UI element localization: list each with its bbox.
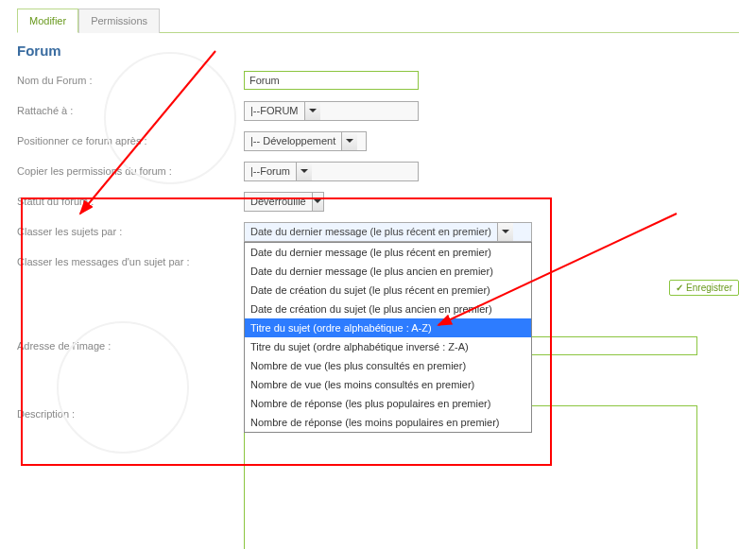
select-positionner[interactable]: |-- Développement bbox=[244, 131, 367, 151]
check-icon bbox=[676, 283, 683, 293]
input-nom-forum[interactable] bbox=[244, 71, 419, 90]
dropdown-option[interactable]: Nombre de vue (les moins consultés en pr… bbox=[245, 375, 531, 394]
label-adresse-image: Adresse de l'image : bbox=[17, 340, 244, 352]
chevron-down-icon bbox=[312, 193, 323, 211]
label-rattache: Rattaché à : bbox=[17, 105, 244, 116]
dropdown-option[interactable]: Nombre de vue (les plus consultés en pre… bbox=[245, 356, 531, 375]
chevron-down-icon bbox=[341, 132, 357, 150]
label-classer-sujets: Classer les sujets par : bbox=[17, 226, 244, 237]
label-nom-forum: Nom du Forum : bbox=[17, 75, 244, 86]
dropdown-option[interactable]: Titre du sujet (ordre alphabétique inver… bbox=[245, 337, 531, 356]
dropdown-option[interactable]: Date du dernier message (le plus ancien … bbox=[245, 262, 531, 281]
select-classer-sujets[interactable]: Date du dernier message (le plus récent … bbox=[244, 222, 532, 242]
dropdown-option[interactable]: Date de création du sujet (le plus récen… bbox=[245, 281, 531, 300]
chevron-down-icon bbox=[304, 102, 320, 120]
dropdown-option[interactable]: Nombre de réponse (les plus populaires e… bbox=[245, 394, 531, 413]
dropdown-classer-sujets: Date du dernier message (le plus récent … bbox=[244, 242, 532, 433]
tab-permissions[interactable]: Permissions bbox=[78, 9, 160, 33]
label-statut: Statut du forum : bbox=[17, 196, 244, 207]
dropdown-option[interactable]: Nombre de réponse (les moins populaires … bbox=[245, 413, 531, 432]
select-statut[interactable]: Déverrouillé bbox=[244, 192, 324, 212]
section-title-forum: Forum bbox=[17, 43, 739, 59]
tabs: Modifier Permissions bbox=[17, 8, 739, 33]
chevron-down-icon bbox=[497, 223, 513, 241]
select-copier[interactable]: |--Forum bbox=[244, 162, 419, 181]
save-button-top[interactable]: Enregistrer bbox=[669, 280, 739, 296]
label-classer-messages: Classer les messages d'un sujet par : bbox=[17, 256, 244, 267]
dropdown-option[interactable]: Date du dernier message (le plus récent … bbox=[245, 243, 531, 262]
dropdown-option[interactable]: Date de création du sujet (le plus ancie… bbox=[245, 300, 531, 318]
chevron-down-icon bbox=[296, 163, 312, 180]
tab-modifier[interactable]: Modifier bbox=[17, 9, 78, 33]
label-positionner: Positionner ce forum après : bbox=[17, 135, 244, 146]
dropdown-option[interactable]: Titre du sujet (ordre alphabétique : A-Z… bbox=[245, 318, 531, 337]
label-copier: Copier les permissions du forum : bbox=[17, 165, 244, 177]
label-description: Description : bbox=[17, 405, 244, 420]
select-rattache[interactable]: |--FORUM bbox=[244, 101, 419, 121]
